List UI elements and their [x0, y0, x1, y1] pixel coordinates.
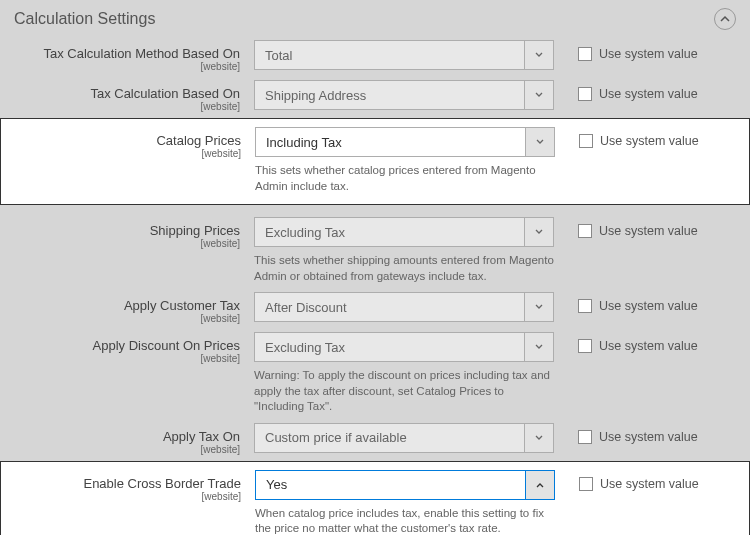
field-label: Catalog Prices — [15, 133, 241, 148]
select-value: Including Tax — [255, 127, 525, 157]
cross-border-select[interactable]: Yes — [255, 470, 555, 500]
use-system-checkbox[interactable] — [579, 134, 593, 148]
section-title: Calculation Settings — [14, 10, 155, 28]
field-label: Tax Calculation Method Based On — [14, 46, 240, 61]
chevron-down-icon — [524, 217, 554, 247]
apply-customer-tax-select[interactable]: After Discount — [254, 292, 554, 322]
row-shipping-prices: Shipping Prices [website] Excluding Tax … — [0, 207, 750, 284]
chevron-down-icon — [524, 332, 554, 362]
select-value: Total — [254, 40, 524, 70]
use-system-col: Use system value — [554, 292, 698, 313]
select-value: After Discount — [254, 292, 524, 322]
field-col: Including Tax This sets whether catalog … — [255, 127, 555, 194]
label-col: Apply Tax On [website] — [14, 423, 254, 455]
chevron-up-icon — [525, 470, 555, 500]
use-system-col: Use system value — [554, 423, 698, 444]
collapse-toggle[interactable] — [714, 8, 736, 30]
help-text: Warning: To apply the discount on prices… — [254, 368, 554, 415]
section-header: Calculation Settings — [0, 0, 750, 32]
label-col: Catalog Prices [website] — [15, 127, 255, 159]
use-system-label: Use system value — [599, 224, 698, 238]
select-value: Yes — [255, 470, 525, 500]
scope-label: [website] — [14, 238, 240, 249]
label-col: Tax Calculation Method Based On [website… — [14, 40, 254, 72]
row-apply-tax-on: Apply Tax On [website] Custom price if a… — [0, 415, 750, 455]
use-system-col: Use system value — [554, 217, 698, 238]
row-cross-border: Enable Cross Border Trade [website] Yes … — [0, 461, 750, 535]
use-system-col: Use system value — [554, 40, 698, 61]
use-system-col: Use system value — [554, 332, 698, 353]
field-col: Custom price if available — [254, 423, 554, 453]
apply-tax-on-select[interactable]: Custom price if available — [254, 423, 554, 453]
scope-label: [website] — [15, 491, 241, 502]
row-apply-customer-tax: Apply Customer Tax [website] After Disco… — [0, 284, 750, 324]
row-calc-method: Tax Calculation Method Based On [website… — [0, 32, 750, 72]
use-system-checkbox[interactable] — [578, 47, 592, 61]
field-label: Enable Cross Border Trade — [15, 476, 241, 491]
select-value: Excluding Tax — [254, 217, 524, 247]
field-col: Yes When catalog price includes tax, ena… — [255, 470, 555, 535]
field-col: Excluding Tax Warning: To apply the disc… — [254, 332, 554, 415]
chevron-down-icon — [524, 292, 554, 322]
help-text: When catalog price includes tax, enable … — [255, 506, 555, 535]
use-system-label: Use system value — [599, 87, 698, 101]
scope-label: [website] — [15, 148, 241, 159]
chevron-down-icon — [524, 423, 554, 453]
calc-based-on-select[interactable]: Shipping Address — [254, 80, 554, 110]
row-catalog-prices: Catalog Prices [website] Including Tax T… — [0, 118, 750, 205]
catalog-prices-select[interactable]: Including Tax — [255, 127, 555, 157]
scope-label: [website] — [14, 101, 240, 112]
row-apply-discount: Apply Discount On Prices [website] Exclu… — [0, 324, 750, 415]
scope-label: [website] — [14, 313, 240, 324]
use-system-label: Use system value — [599, 47, 698, 61]
use-system-label: Use system value — [599, 430, 698, 444]
calc-method-select[interactable]: Total — [254, 40, 554, 70]
help-text: This sets whether shipping amounts enter… — [254, 253, 554, 284]
apply-discount-select[interactable]: Excluding Tax — [254, 332, 554, 362]
row-calc-based-on: Tax Calculation Based On [website] Shipp… — [0, 72, 750, 112]
scope-label: [website] — [14, 61, 240, 72]
chevron-down-icon — [524, 40, 554, 70]
use-system-label: Use system value — [600, 134, 699, 148]
use-system-col: Use system value — [554, 80, 698, 101]
label-col: Apply Customer Tax [website] — [14, 292, 254, 324]
use-system-label: Use system value — [600, 477, 699, 491]
field-label: Tax Calculation Based On — [14, 86, 240, 101]
use-system-label: Use system value — [599, 339, 698, 353]
field-col: Total — [254, 40, 554, 70]
chevron-up-icon — [720, 15, 730, 23]
use-system-checkbox[interactable] — [578, 87, 592, 101]
field-label: Apply Tax On — [14, 429, 240, 444]
use-system-col: Use system value — [555, 127, 699, 148]
use-system-col: Use system value — [555, 470, 699, 491]
label-col: Tax Calculation Based On [website] — [14, 80, 254, 112]
label-col: Enable Cross Border Trade [website] — [15, 470, 255, 502]
label-col: Shipping Prices [website] — [14, 217, 254, 249]
field-label: Apply Customer Tax — [14, 298, 240, 313]
shipping-prices-select[interactable]: Excluding Tax — [254, 217, 554, 247]
scope-label: [website] — [14, 353, 240, 364]
field-col: After Discount — [254, 292, 554, 322]
select-value: Shipping Address — [254, 80, 524, 110]
field-col: Excluding Tax This sets whether shipping… — [254, 217, 554, 284]
field-label: Shipping Prices — [14, 223, 240, 238]
label-col: Apply Discount On Prices [website] — [14, 332, 254, 364]
use-system-checkbox[interactable] — [578, 430, 592, 444]
help-text: This sets whether catalog prices entered… — [255, 163, 555, 194]
scope-label: [website] — [14, 444, 240, 455]
use-system-checkbox[interactable] — [578, 299, 592, 313]
field-col: Shipping Address — [254, 80, 554, 110]
chevron-down-icon — [525, 127, 555, 157]
use-system-checkbox[interactable] — [579, 477, 593, 491]
chevron-down-icon — [524, 80, 554, 110]
field-label: Apply Discount On Prices — [14, 338, 240, 353]
use-system-checkbox[interactable] — [578, 224, 592, 238]
select-value: Excluding Tax — [254, 332, 524, 362]
use-system-checkbox[interactable] — [578, 339, 592, 353]
use-system-label: Use system value — [599, 299, 698, 313]
select-value: Custom price if available — [254, 423, 524, 453]
